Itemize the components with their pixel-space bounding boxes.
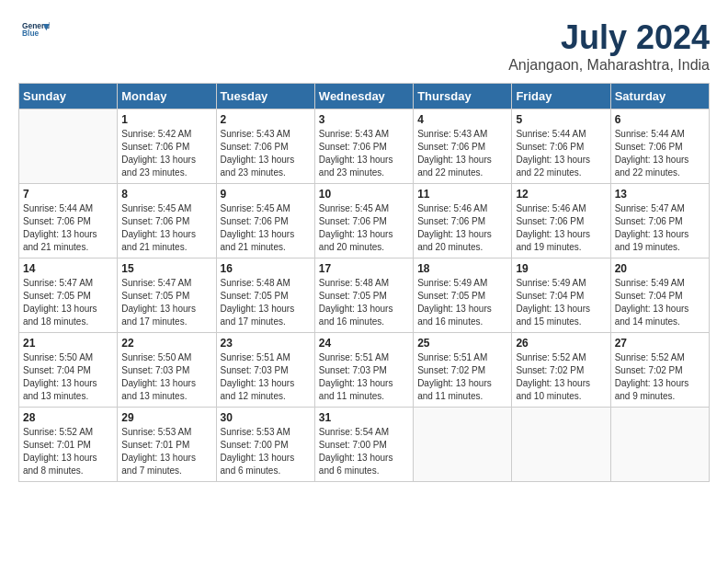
day-number: 20	[615, 262, 705, 275]
calendar-cell: 28Sunrise: 5:52 AM Sunset: 7:01 PM Dayli…	[19, 408, 118, 482]
day-info: Sunrise: 5:45 AM Sunset: 7:06 PM Dayligh…	[121, 202, 211, 254]
day-number: 30	[221, 411, 311, 424]
day-info: Sunrise: 5:44 AM Sunset: 7:06 PM Dayligh…	[516, 128, 606, 179]
calendar-cell: 29Sunrise: 5:53 AM Sunset: 7:01 PM Dayli…	[118, 408, 216, 482]
calendar-cell: 9Sunrise: 5:45 AM Sunset: 7:06 PM Daylig…	[216, 184, 314, 259]
day-info: Sunrise: 5:52 AM Sunset: 7:01 PM Dayligh…	[23, 426, 113, 477]
calendar-cell: 12Sunrise: 5:46 AM Sunset: 7:06 PM Dayli…	[512, 184, 610, 259]
day-info: Sunrise: 5:52 AM Sunset: 7:02 PM Dayligh…	[516, 351, 606, 403]
day-info: Sunrise: 5:49 AM Sunset: 7:05 PM Dayligh…	[417, 277, 507, 328]
day-number: 27	[615, 337, 705, 350]
title-block: July 2024 Anjangaon, Maharashtra, India	[508, 18, 710, 74]
day-info: Sunrise: 5:54 AM Sunset: 7:00 PM Dayligh…	[319, 426, 409, 477]
calendar-cell: 11Sunrise: 5:46 AM Sunset: 7:06 PM Dayli…	[414, 184, 512, 259]
day-info: Sunrise: 5:51 AM Sunset: 7:03 PM Dayligh…	[319, 351, 409, 403]
weekday-header: Friday	[512, 84, 610, 109]
day-info: Sunrise: 5:53 AM Sunset: 7:00 PM Dayligh…	[221, 426, 311, 477]
day-info: Sunrise: 5:48 AM Sunset: 7:05 PM Dayligh…	[221, 277, 311, 328]
day-info: Sunrise: 5:45 AM Sunset: 7:06 PM Dayligh…	[221, 202, 311, 254]
day-info: Sunrise: 5:50 AM Sunset: 7:03 PM Dayligh…	[121, 351, 211, 403]
day-info: Sunrise: 5:51 AM Sunset: 7:02 PM Dayligh…	[417, 351, 507, 403]
calendar-cell: 5Sunrise: 5:44 AM Sunset: 7:06 PM Daylig…	[512, 109, 610, 184]
day-number: 11	[417, 188, 507, 201]
calendar-cell: 17Sunrise: 5:48 AM Sunset: 7:05 PM Dayli…	[314, 259, 413, 333]
day-info: Sunrise: 5:53 AM Sunset: 7:01 PM Dayligh…	[121, 426, 211, 477]
calendar-cell	[512, 408, 610, 482]
day-number: 7	[23, 188, 113, 201]
day-number: 19	[516, 262, 606, 275]
day-info: Sunrise: 5:46 AM Sunset: 7:06 PM Dayligh…	[516, 202, 606, 254]
calendar-cell: 24Sunrise: 5:51 AM Sunset: 7:03 PM Dayli…	[314, 333, 413, 408]
calendar-week-row: 1Sunrise: 5:42 AM Sunset: 7:06 PM Daylig…	[19, 109, 710, 184]
calendar-cell: 6Sunrise: 5:44 AM Sunset: 7:06 PM Daylig…	[610, 109, 709, 184]
day-number: 16	[221, 262, 311, 275]
day-number: 4	[417, 113, 507, 126]
weekday-header: Saturday	[610, 84, 709, 109]
day-number: 28	[23, 411, 113, 424]
day-number: 13	[615, 188, 705, 201]
day-info: Sunrise: 5:51 AM Sunset: 7:03 PM Dayligh…	[221, 351, 311, 403]
day-info: Sunrise: 5:49 AM Sunset: 7:04 PM Dayligh…	[516, 277, 606, 328]
calendar-cell: 19Sunrise: 5:49 AM Sunset: 7:04 PM Dayli…	[512, 259, 610, 333]
calendar-cell: 13Sunrise: 5:47 AM Sunset: 7:06 PM Dayli…	[610, 184, 709, 259]
day-info: Sunrise: 5:43 AM Sunset: 7:06 PM Dayligh…	[221, 128, 311, 179]
calendar-week-row: 14Sunrise: 5:47 AM Sunset: 7:05 PM Dayli…	[19, 259, 710, 333]
calendar-cell	[414, 408, 512, 482]
calendar-cell: 20Sunrise: 5:49 AM Sunset: 7:04 PM Dayli…	[610, 259, 709, 333]
day-number: 2	[221, 113, 311, 126]
day-number: 14	[23, 262, 113, 275]
day-number: 26	[516, 337, 606, 350]
day-info: Sunrise: 5:43 AM Sunset: 7:06 PM Dayligh…	[417, 128, 507, 179]
day-number: 9	[221, 188, 311, 201]
calendar-cell	[610, 408, 709, 482]
calendar-cell: 30Sunrise: 5:53 AM Sunset: 7:00 PM Dayli…	[216, 408, 314, 482]
day-number: 31	[319, 411, 409, 424]
day-info: Sunrise: 5:48 AM Sunset: 7:05 PM Dayligh…	[319, 277, 409, 328]
location: Anjangaon, Maharashtra, India	[508, 57, 710, 74]
calendar-cell: 15Sunrise: 5:47 AM Sunset: 7:05 PM Dayli…	[118, 259, 216, 333]
day-number: 21	[23, 337, 113, 350]
calendar-cell: 22Sunrise: 5:50 AM Sunset: 7:03 PM Dayli…	[118, 333, 216, 408]
weekday-header: Wednesday	[314, 84, 413, 109]
day-info: Sunrise: 5:52 AM Sunset: 7:02 PM Dayligh…	[615, 351, 705, 403]
day-info: Sunrise: 5:44 AM Sunset: 7:06 PM Dayligh…	[615, 128, 705, 179]
day-info: Sunrise: 5:47 AM Sunset: 7:05 PM Dayligh…	[121, 277, 211, 328]
day-number: 1	[121, 113, 211, 126]
weekday-header: Tuesday	[216, 84, 314, 109]
calendar-cell: 3Sunrise: 5:43 AM Sunset: 7:06 PM Daylig…	[314, 109, 413, 184]
day-number: 3	[319, 113, 409, 126]
day-number: 8	[121, 188, 211, 201]
month-year: July 2024	[508, 18, 710, 57]
day-number: 25	[417, 337, 507, 350]
calendar-cell: 7Sunrise: 5:44 AM Sunset: 7:06 PM Daylig…	[19, 184, 118, 259]
calendar-cell: 18Sunrise: 5:49 AM Sunset: 7:05 PM Dayli…	[414, 259, 512, 333]
day-number: 12	[516, 188, 606, 201]
day-info: Sunrise: 5:46 AM Sunset: 7:06 PM Dayligh…	[417, 202, 507, 254]
calendar-cell: 31Sunrise: 5:54 AM Sunset: 7:00 PM Dayli…	[314, 408, 413, 482]
calendar-cell: 2Sunrise: 5:43 AM Sunset: 7:06 PM Daylig…	[216, 109, 314, 184]
day-number: 29	[121, 411, 211, 424]
day-info: Sunrise: 5:44 AM Sunset: 7:06 PM Dayligh…	[23, 202, 113, 254]
day-number: 10	[319, 188, 409, 201]
calendar-cell: 25Sunrise: 5:51 AM Sunset: 7:02 PM Dayli…	[414, 333, 512, 408]
calendar-cell: 8Sunrise: 5:45 AM Sunset: 7:06 PM Daylig…	[118, 184, 216, 259]
day-number: 17	[319, 262, 409, 275]
day-number: 18	[417, 262, 507, 275]
day-info: Sunrise: 5:47 AM Sunset: 7:05 PM Dayligh…	[23, 277, 113, 328]
calendar-table: SundayMondayTuesdayWednesdayThursdayFrid…	[18, 83, 710, 482]
svg-text:Blue: Blue	[22, 29, 40, 38]
calendar-cell: 23Sunrise: 5:51 AM Sunset: 7:03 PM Dayli…	[216, 333, 314, 408]
day-number: 24	[319, 337, 409, 350]
calendar-cell: 16Sunrise: 5:48 AM Sunset: 7:05 PM Dayli…	[216, 259, 314, 333]
day-number: 6	[615, 113, 705, 126]
calendar-week-row: 28Sunrise: 5:52 AM Sunset: 7:01 PM Dayli…	[19, 408, 710, 482]
calendar-cell: 26Sunrise: 5:52 AM Sunset: 7:02 PM Dayli…	[512, 333, 610, 408]
day-number: 23	[221, 337, 311, 350]
calendar-cell: 14Sunrise: 5:47 AM Sunset: 7:05 PM Dayli…	[19, 259, 118, 333]
day-number: 5	[516, 113, 606, 126]
day-info: Sunrise: 5:47 AM Sunset: 7:06 PM Dayligh…	[615, 202, 705, 254]
day-info: Sunrise: 5:49 AM Sunset: 7:04 PM Dayligh…	[615, 277, 705, 328]
day-number: 15	[121, 262, 211, 275]
day-info: Sunrise: 5:50 AM Sunset: 7:04 PM Dayligh…	[23, 351, 113, 403]
weekday-header: Sunday	[19, 84, 118, 109]
